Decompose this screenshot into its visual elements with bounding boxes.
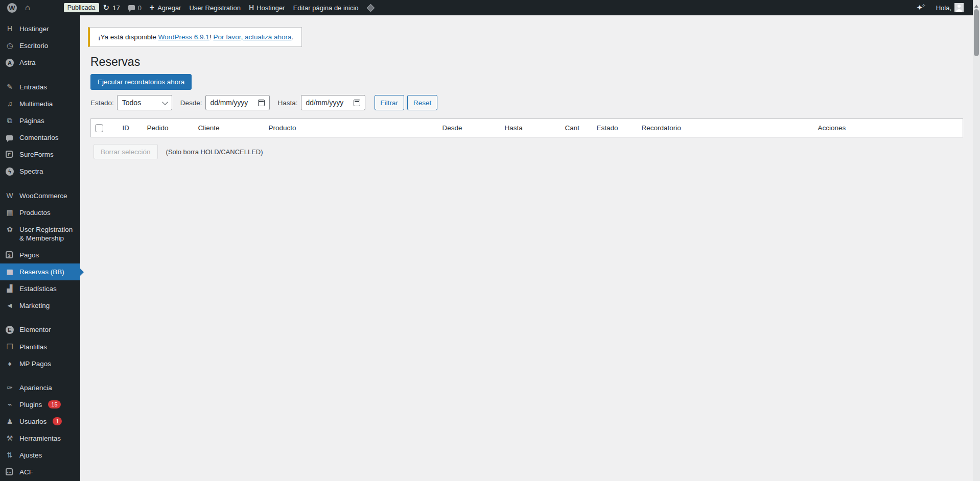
run-reminders-button[interactable]: Ejecutar recordatorios ahora <box>90 74 192 90</box>
tools-icon: ⚒ <box>5 434 14 443</box>
sidebar-item-ajustes[interactable]: ⇅Ajustes <box>0 447 80 464</box>
pages-icon: ⧉ <box>5 116 14 125</box>
desde-label: Desde: <box>180 99 202 107</box>
filter-button[interactable]: Filtrar <box>375 95 405 110</box>
notice-suffix: . <box>291 33 293 41</box>
shield-icon: ♦ <box>5 359 14 368</box>
account-menu[interactable]: Hola, <box>932 0 968 15</box>
home-icon: ⌂ <box>25 3 30 12</box>
update-now-link[interactable]: Por favor, actualizá ahora <box>213 33 291 41</box>
sidebar-item-woocommerce[interactable]: WWooCommerce <box>0 187 80 204</box>
main-content: ¡Ya está disponible WordPress 6.9.1! Por… <box>80 15 973 481</box>
products-icon: ▤ <box>5 208 14 217</box>
sidebar-item-reservas-bb[interactable]: ▦Reservas (BB) <box>0 263 80 280</box>
sidebar-item-label: Elementor <box>19 325 51 334</box>
estado-select[interactable]: Todos <box>117 95 172 110</box>
new-content-menu[interactable]: + Agregar <box>146 0 185 15</box>
column-header-cant: Cant <box>560 119 592 137</box>
column-header-desde: Desde <box>437 119 500 137</box>
gem-icon[interactable] <box>366 4 375 12</box>
update-icon: ↻ <box>103 3 110 12</box>
sidebar-item-plugins[interactable]: ⌁Plugins15 <box>0 396 80 413</box>
spectra-icon: ϟ <box>6 167 14 176</box>
hostinger-icon: H <box>249 4 253 12</box>
sidebar-item-label: Pagos <box>19 251 39 259</box>
scrollbar-thumb[interactable] <box>974 9 979 56</box>
comment-icon <box>128 5 135 10</box>
pushpin-icon: ✎ <box>5 83 14 91</box>
wordpress-menu[interactable]: W <box>3 0 21 15</box>
megaphone-icon: ◄ <box>5 301 14 310</box>
count-badge: 1 <box>53 417 62 425</box>
column-header-hasta: Hasta <box>500 119 560 137</box>
dashboard-icon: ◷ <box>5 41 14 50</box>
sidebar-item-elementor[interactable]: EElementor <box>0 321 80 339</box>
sidebar-item-multimedia[interactable]: ♫Multimedia <box>0 95 80 112</box>
calendar-icon[interactable] <box>354 100 360 106</box>
elementor-icon: E <box>6 326 14 334</box>
column-header-producto: Producto <box>264 119 437 137</box>
user-registration-label: User Registration <box>189 4 240 12</box>
media-icon: ♫ <box>5 100 14 108</box>
sidebar-item-entradas[interactable]: ✎Entradas <box>0 79 80 95</box>
comments-indicator[interactable]: 0 <box>124 0 146 15</box>
stats-icon: ▟ <box>5 284 14 293</box>
visit-site[interactable]: ⌂ <box>21 0 34 15</box>
estado-label: Estado: <box>90 99 114 107</box>
sidebar-item-comentarios[interactable]: Comentarios <box>0 129 80 146</box>
edit-home-page[interactable]: Editar página de inicio <box>289 0 363 15</box>
hasta-date-input[interactable]: dd/mm/yyyy <box>301 95 365 110</box>
sidebar-item-productos[interactable]: ▤Productos <box>0 204 80 221</box>
hostinger-menu[interactable]: H Hostinger <box>245 0 289 15</box>
page-title: Reservas <box>90 55 973 69</box>
sidebar-item-hostinger[interactable]: HHostinger <box>0 20 80 37</box>
wordpress-version-link[interactable]: WordPress 6.9.1 <box>158 33 209 41</box>
sidebar-item-label: Marketing <box>19 301 50 310</box>
reset-button[interactable]: Reset <box>407 95 437 110</box>
updates-indicator[interactable]: ↻ 17 <box>99 0 124 15</box>
sidebar-item-usuarios[interactable]: ♟Usuarios1 <box>0 413 80 430</box>
hasta-placeholder: dd/mm/yyyy <box>306 99 344 107</box>
admin-sidebar: HHostinger◷EscritorioAAstra✎Entradas♫Mul… <box>0 15 80 481</box>
sidebar-item-label: Escritorio <box>19 41 48 50</box>
sidebar-item-marketing[interactable]: ◄Marketing <box>0 297 80 314</box>
user-registration-menu[interactable]: User Registration <box>185 0 244 15</box>
desde-placeholder: dd/mm/yyyy <box>211 99 248 107</box>
hostinger-icon: H <box>5 25 14 33</box>
scroll-up-icon[interactable] <box>974 3 978 8</box>
sidebar-item-mp-pagos[interactable]: ♦MP Pagos <box>0 355 80 372</box>
sidebar-item-spectra[interactable]: ϟSpectra <box>0 163 80 180</box>
calendar-icon: ▦ <box>5 268 14 276</box>
sidebar-item-label: MP Pagos <box>19 359 51 368</box>
sidebar-item-label: Productos <box>19 208 51 217</box>
table-header-row: ID Pedido Cliente Producto Desde Hasta C… <box>91 119 963 137</box>
astra-icon: A <box>6 59 14 67</box>
table-footer: Borrar selección (Solo borra HOLD/CANCEL… <box>94 144 973 159</box>
select-all-checkbox[interactable] <box>95 124 103 132</box>
page-scrollbar[interactable] <box>973 0 980 481</box>
sidebar-item-escritorio[interactable]: ◷Escritorio <box>0 37 80 54</box>
sidebar-item-label: Ajustes <box>19 451 42 460</box>
sidebar-item-pagos[interactable]: $Pagos <box>0 247 80 263</box>
desde-date-input[interactable]: dd/mm/yyyy <box>205 95 270 110</box>
ai-sparkles-icon[interactable]: ✦✧ <box>917 3 927 12</box>
sidebar-item-apariencia[interactable]: ✑Apariencia <box>0 379 80 396</box>
sidebar-item-label: Reservas (BB) <box>19 268 64 276</box>
sidebar-item-acf[interactable]: ⋯ACF <box>0 464 80 480</box>
appearance-icon: ✑ <box>5 383 14 392</box>
calendar-icon[interactable] <box>258 100 265 106</box>
sidebar-item-plantillas[interactable]: ❒Plantillas <box>0 339 80 355</box>
sidebar-item-user-registration-membership[interactable]: ✿User Registration & Membership <box>0 221 80 247</box>
column-header-estado: Estado <box>592 119 637 137</box>
notice-text: ¡Ya está disponible <box>98 33 158 41</box>
sidebar-item-astra[interactable]: AAstra <box>0 54 80 71</box>
sidebar-item-label: Entradas <box>19 83 47 91</box>
sidebar-item-sureforms[interactable]: FSureForms <box>0 146 80 163</box>
hasta-label: Hasta: <box>278 99 298 107</box>
column-header-acciones: Acciones <box>813 119 963 137</box>
sidebar-item-herramientas[interactable]: ⚒Herramientas <box>0 430 80 447</box>
sidebar-item-estadisticas[interactable]: ▟Estadísticas <box>0 280 80 297</box>
delete-selection-button[interactable]: Borrar selección <box>94 144 158 159</box>
sidebar-item-paginas[interactable]: ⧉Páginas <box>0 112 80 129</box>
admin-bar: W ⌂ Publicada ↻ 17 0 + Agregar User Regi… <box>0 0 980 15</box>
